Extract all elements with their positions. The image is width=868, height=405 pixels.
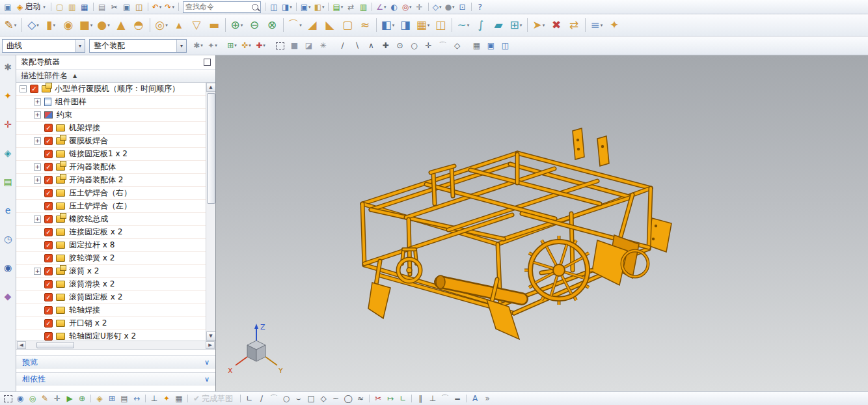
layer-settings-icon[interactable]: ▤▾ [331,1,344,13]
dropdown-arrow-icon[interactable]: ▾ [467,23,470,28]
dropdown-arrow-icon[interactable]: ▾ [107,23,110,28]
graphics-viewport[interactable]: Z X Y [216,55,868,391]
tree-row[interactable]: ✓连接固定板 x 2 [16,226,206,239]
intersect-icon[interactable]: ⊗ [264,16,280,35]
chevron-down-icon[interactable]: ∨ [204,358,210,367]
paste-icon[interactable]: ◫ [133,1,145,13]
chevron-down-icon[interactable]: ▾ [75,40,85,52]
more-tools-icon[interactable]: » [481,393,493,404]
select-rectangle-icon[interactable] [273,38,287,53]
roles-icon[interactable]: ✱ [1,61,14,74]
tree-row[interactable]: +✓开沟器装配体 [16,161,206,174]
work-plane-icon[interactable]: ◎ [27,393,38,404]
screenshot-icon[interactable]: ◨▾ [280,1,293,13]
component-checkbox[interactable]: ✓ [44,319,53,328]
dropdown-arrow-icon[interactable]: ▾ [200,43,203,48]
tree-row[interactable]: +✓滚筒 x 2 [16,265,206,278]
pattern-curve-icon[interactable]: ▦ [173,393,185,404]
dropdown-arrow-icon[interactable]: ▾ [384,5,387,10]
show-hide-icon[interactable]: ◎▾ [401,1,413,13]
reuse-library-icon[interactable]: ✦ [1,89,14,102]
command-window-icon[interactable]: ◫ [498,38,512,53]
tree-row[interactable]: ✓胶轮弹簧 x 2 [16,252,206,265]
line-icon[interactable]: ∕ [256,393,267,404]
boss-icon[interactable]: ▴ [170,16,187,35]
tree-expander-icon[interactable]: + [34,268,41,275]
measure-icon[interactable]: ∠▾ [375,1,387,13]
component-checkbox[interactable]: ✓ [44,163,53,171]
datum-plane-icon[interactable]: ◇▾ [25,16,42,35]
quick-trim-icon[interactable]: ✂ [372,393,384,404]
dropdown-arrow-icon[interactable]: ▾ [172,5,174,10]
text-icon[interactable]: A [469,393,481,404]
tree-row[interactable]: ✓机架焊接 [16,122,206,135]
equal-constraint-icon[interactable]: = [452,393,463,404]
dropdown-arrow-icon[interactable]: ▾ [299,23,302,28]
tree-row[interactable]: ✓滚筒滑块 x 2 [16,278,206,291]
dropdown-arrow-icon[interactable]: ▾ [308,5,311,10]
system-materials-icon[interactable]: ◆ [1,290,14,303]
tree-row[interactable]: +✓覆膜板焊合 [16,135,206,148]
constraints-icon[interactable]: ⊥ [148,393,160,404]
offset-curve-icon[interactable]: ≈ [355,393,366,404]
new-file-icon[interactable]: ▢ [54,1,66,13]
move-face-icon[interactable]: ➤▾ [530,16,547,35]
dependencies-section-header[interactable]: 相依性 ∨ [16,372,215,385]
tree-expander-icon[interactable]: − [20,85,27,92]
tree-row[interactable]: ✓链接固定板1 x 2 [16,148,206,161]
move-component-icon[interactable]: ✜▾ [239,38,253,53]
move-object-icon[interactable]: ✛ [414,1,426,13]
edge-blend-icon[interactable]: ⌒▾ [286,16,303,35]
swept-icon[interactable]: ∫ [472,16,489,35]
thread-icon[interactable]: ≈ [357,16,373,35]
column-header[interactable]: 描述性部件名 ▲ [16,70,215,83]
polygon-icon[interactable]: ◇ [318,393,329,404]
part-navigator-icon[interactable]: ▤ [1,175,14,188]
dropdown-arrow-icon[interactable]: ▾ [90,23,93,28]
component-checkbox[interactable]: ✓ [44,137,53,145]
snap-quadrant-icon[interactable]: ○ [407,38,421,53]
scroll-right-icon[interactable]: ▶ [206,341,215,349]
dropdown-arrow-icon[interactable]: ▾ [543,23,545,28]
table-icon[interactable]: ⊞ [106,393,118,404]
display-part-icon[interactable]: ◧▾ [313,1,326,13]
preview-section-header[interactable]: 预览 ∨ [16,356,215,369]
split-body-icon[interactable]: ◨ [397,16,414,35]
dropdown-arrow-icon[interactable]: ▾ [215,43,217,48]
snap-arc-center-icon[interactable]: ⊙ [393,38,407,53]
component-checkbox[interactable]: ✓ [44,306,53,314]
tree-expander-icon[interactable]: + [34,111,41,119]
tree-expander-icon[interactable]: + [34,163,41,171]
component-checkbox[interactable]: ✓ [44,332,53,341]
horizontal-scrollbar[interactable]: ◀ ▶ [16,341,215,350]
parallel-constraint-icon[interactable]: ∥ [414,393,426,404]
arc-icon[interactable]: ⌒ [268,393,280,404]
tree-row[interactable]: ✓压土铲焊合（左） [16,200,206,213]
dropdown-arrow-icon[interactable]: ▾ [43,5,46,10]
dropdown-arrow-icon[interactable]: ▾ [427,23,430,28]
tree-expander-icon[interactable]: + [34,137,41,145]
tree-row[interactable]: ✓开口销 x 2 [16,317,206,330]
dropdown-arrow-icon[interactable]: ▾ [322,5,325,10]
dropdown-arrow-icon[interactable]: ▾ [241,23,243,28]
tree-row[interactable]: ✓轮轴固定U形钉 x 2 [16,330,206,341]
sphere-icon[interactable]: ◓ [130,16,147,35]
dropdown-arrow-icon[interactable]: ▾ [53,23,55,28]
revolve-icon[interactable]: ◉ [60,16,77,35]
point-constructor-icon[interactable]: ✳ [316,38,330,53]
exploded-view-icon[interactable]: ✦ [606,16,623,35]
snap-intersection-icon[interactable]: ✚ [379,38,392,53]
lock-constraints-icon[interactable]: ◈ [94,393,105,404]
snap-point-on-surface-icon[interactable]: ◇ [450,38,464,53]
cylinder-icon[interactable]: ●▾ [95,16,112,35]
grid-icon[interactable]: ▦ [470,38,483,53]
vertical-scrollbar[interactable]: ▲ ▼ [206,83,215,341]
dropdown-arrow-icon[interactable]: ▾ [341,5,344,10]
chevron-down-icon[interactable]: ∨ [204,375,210,384]
help-icon[interactable]: ? [474,1,486,13]
rendering-style-icon[interactable]: ●▾ [444,1,456,13]
cone-icon[interactable]: ▲ [113,16,129,35]
dropdown-arrow-icon[interactable]: ▾ [392,23,395,28]
extrude-icon[interactable]: ▮▾ [42,16,59,35]
trim-body-icon[interactable]: ◧▾ [379,16,396,35]
